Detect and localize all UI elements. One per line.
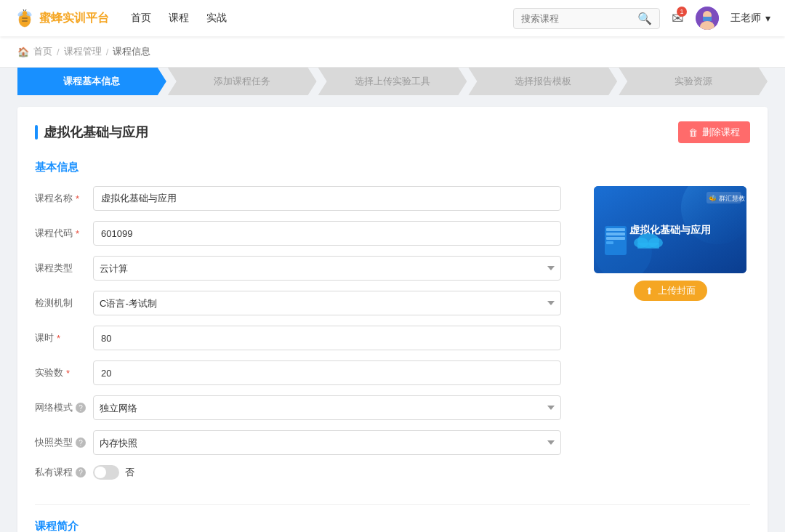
- step-2-label: 添加课程任务: [214, 75, 270, 88]
- main-nav: 首页 课程 实战: [131, 12, 227, 25]
- course-image: 🐝 群汇慧教 虚拟化基础与应用: [594, 186, 746, 273]
- bee-icon: [15, 8, 35, 28]
- required-star3: *: [57, 333, 60, 344]
- page-title-row: 虚拟化基础与应用 🗑 删除课程: [35, 121, 750, 143]
- network-select[interactable]: 独立网络 共享网络: [93, 395, 561, 420]
- page-content: 虚拟化基础与应用 🗑 删除课程 基本信息 课程名称 *: [0, 95, 785, 532]
- page-title: 虚拟化基础与应用: [35, 124, 148, 141]
- step-2[interactable]: 添加课程任务: [168, 68, 317, 95]
- section-divider: [35, 504, 750, 505]
- navbar-right: ✉ 1 王老师 ▾: [672, 7, 770, 30]
- navbar: 蜜蜂实训平台 首页 课程 实战 🔍 ✉ 1 王老师 ▾: [0, 0, 785, 36]
- form-fields: 课程名称 * 课程代码 * 课程类型: [35, 186, 561, 490]
- snapshot-help-icon[interactable]: ?: [76, 438, 86, 448]
- breadcrumb-home[interactable]: 首页: [33, 45, 52, 58]
- breadcrumb: 🏠 首页 / 课程管理 / 课程信息: [0, 36, 785, 68]
- course-name-input[interactable]: [93, 186, 561, 211]
- avatar-image: [696, 7, 719, 30]
- steps-bar: 课程基本信息 添加课程任务 选择上传实验工具 选择报告模板 实验资源: [0, 68, 785, 95]
- labs-label: 实验数 *: [35, 366, 93, 379]
- user-name: 王老师: [730, 12, 761, 25]
- labs-input[interactable]: [93, 360, 561, 385]
- search-button[interactable]: 🔍: [637, 12, 652, 25]
- upload-icon: ⬆: [645, 286, 653, 297]
- form-row-code: 课程代码 *: [35, 221, 561, 246]
- step-3-label: 选择上传实验工具: [355, 75, 430, 88]
- svg-line-7: [23, 9, 24, 11]
- logo[interactable]: 蜜蜂实训平台: [15, 8, 109, 28]
- upload-btn-label: 上传封面: [658, 284, 696, 297]
- form-row-hours: 课时 *: [35, 326, 561, 350]
- user-menu[interactable]: 王老师 ▾: [730, 12, 770, 25]
- svg-rect-22: [606, 237, 625, 240]
- logo-text: 蜜蜂实训平台: [39, 11, 109, 26]
- snapshot-select[interactable]: 内存快照 磁盘快照: [93, 430, 561, 455]
- step-1-label: 课程基本信息: [63, 75, 120, 88]
- breadcrumb-sep1: /: [57, 47, 60, 57]
- step-1[interactable]: 课程基本信息: [17, 68, 166, 95]
- detect-label: 检测机制: [35, 297, 93, 310]
- svg-point-6: [23, 11, 27, 15]
- course-image-section: 🐝 群汇慧教 虚拟化基础与应用: [590, 186, 750, 490]
- step-3[interactable]: 选择上传实验工具: [318, 68, 467, 95]
- title-bar: [35, 125, 38, 140]
- page-title-text: 虚拟化基础与应用: [44, 124, 148, 141]
- network-label: 网络模式 ?: [35, 401, 93, 414]
- mail-button[interactable]: ✉ 1: [672, 9, 684, 27]
- svg-line-8: [25, 9, 26, 11]
- course-code-input[interactable]: [93, 221, 561, 246]
- form-layout: 课程名称 * 课程代码 * 课程类型: [35, 186, 750, 490]
- form-row-type: 课程类型 云计算 大数据 网络安全 人工智能: [35, 256, 561, 281]
- detect-select[interactable]: C语言-考试制 实验制 混合制: [93, 291, 561, 315]
- nav-course[interactable]: 课程: [169, 12, 189, 25]
- course-type-label: 课程类型: [35, 262, 93, 275]
- course-intro-title: 课程简介: [35, 520, 750, 532]
- basic-info-section-title: 基本信息: [35, 161, 750, 174]
- private-toggle-wrap: 否: [93, 465, 134, 480]
- svg-rect-23: [606, 241, 613, 244]
- snapshot-label: 快照类型 ?: [35, 436, 93, 449]
- delete-course-button[interactable]: 🗑 删除课程: [678, 121, 750, 143]
- toggle-btn[interactable]: [93, 465, 119, 480]
- form-row-snapshot: 快照类型 ? 内存快照 磁盘快照: [35, 430, 561, 455]
- upload-cover-button[interactable]: ⬆ 上传封面: [634, 281, 707, 301]
- svg-rect-20: [606, 228, 625, 231]
- form-row-detect: 检测机制 C语言-考试制 实验制 混合制: [35, 291, 561, 315]
- hours-label: 课时 *: [35, 331, 93, 344]
- course-name-label: 课程名称 *: [35, 192, 93, 205]
- search-bar: 🔍: [513, 8, 660, 29]
- svg-text:🐝 群汇慧教: 🐝 群汇慧教: [709, 194, 745, 203]
- mail-badge: 1: [677, 7, 687, 17]
- svg-rect-21: [606, 233, 625, 235]
- required-star: *: [76, 193, 79, 204]
- course-code-label: 课程代码 *: [35, 227, 93, 240]
- main-card: 虚拟化基础与应用 🗑 删除课程 基本信息 课程名称 *: [17, 107, 768, 532]
- nav-practice[interactable]: 实战: [206, 12, 227, 25]
- form-row-private: 私有课程 ? 否: [35, 465, 561, 480]
- home-icon: 🏠: [17, 47, 29, 57]
- breadcrumb-current: 课程信息: [113, 45, 150, 58]
- form-row-network: 网络模式 ? 独立网络 共享网络: [35, 395, 561, 420]
- svg-rect-3: [22, 20, 28, 22]
- search-input[interactable]: [521, 13, 637, 24]
- toggle-knob: [94, 467, 106, 478]
- private-help-icon[interactable]: ?: [76, 467, 86, 477]
- avatar: [696, 7, 719, 30]
- network-help-icon[interactable]: ?: [76, 403, 86, 413]
- course-cover-svg: 🐝 群汇慧教 虚拟化基础与应用: [594, 186, 746, 273]
- private-toggle-label: 否: [125, 466, 134, 479]
- step-4-label: 选择报告模板: [515, 75, 571, 88]
- user-dropdown-icon: ▾: [765, 12, 770, 24]
- step-4[interactable]: 选择报告模板: [468, 68, 617, 95]
- private-toggle[interactable]: [93, 465, 119, 480]
- svg-rect-27: [637, 243, 659, 249]
- course-type-select[interactable]: 云计算 大数据 网络安全 人工智能: [93, 256, 561, 281]
- delete-btn-label: 删除课程: [702, 126, 740, 139]
- hours-input[interactable]: [93, 326, 561, 350]
- nav-home[interactable]: 首页: [131, 12, 151, 25]
- breadcrumb-level1[interactable]: 课程管理: [64, 45, 102, 58]
- form-row-labs: 实验数 *: [35, 360, 561, 385]
- step-5[interactable]: 实验资源: [619, 68, 768, 95]
- svg-rect-12: [703, 17, 712, 21]
- breadcrumb-sep2: /: [106, 47, 109, 57]
